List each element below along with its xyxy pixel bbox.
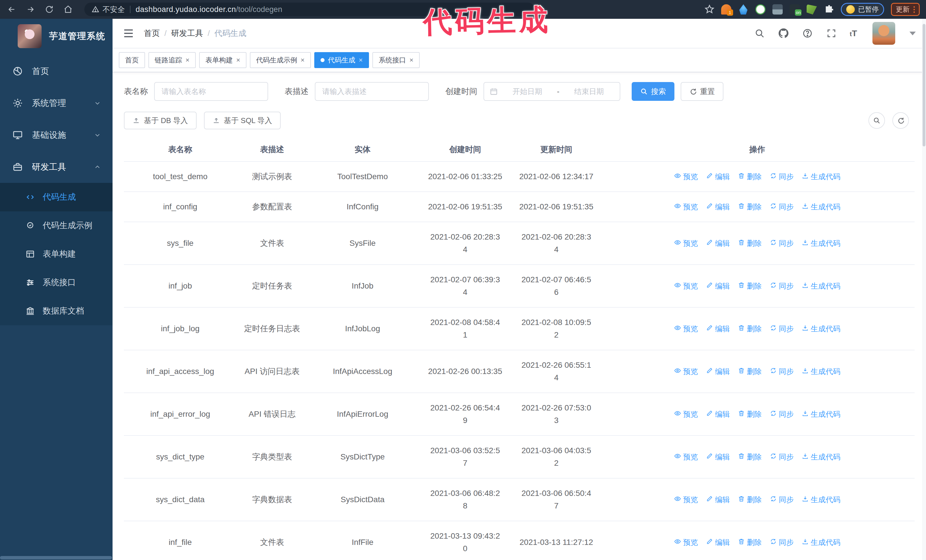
- 删除-action-link[interactable]: 删除: [738, 201, 762, 213]
- toggle-search-button[interactable]: [869, 112, 885, 129]
- sidebar-collapse-icon[interactable]: [123, 28, 134, 39]
- extensions-puzzle-icon[interactable]: [824, 4, 834, 15]
- avatar-caret-down-icon[interactable]: [909, 32, 916, 35]
- 编辑-action-link[interactable]: 编辑: [706, 171, 730, 183]
- sidebar-item-研发工具[interactable]: 研发工具: [0, 151, 112, 183]
- 生成代码-action-link[interactable]: 生成代码: [802, 280, 841, 292]
- tab-代码生成[interactable]: 代码生成×: [314, 52, 369, 68]
- import-sql-button[interactable]: 基于 SQL 导入: [204, 112, 281, 129]
- profile-paused-pill[interactable]: 已暂停: [841, 3, 884, 16]
- 删除-action-link[interactable]: 删除: [738, 451, 762, 463]
- search-icon[interactable]: [754, 28, 765, 39]
- 编辑-action-link[interactable]: 编辑: [706, 365, 730, 378]
- 删除-action-link[interactable]: 删除: [738, 323, 762, 335]
- extension-icon-6[interactable]: [806, 4, 817, 15]
- start-date-placeholder[interactable]: 开始日期: [502, 87, 552, 97]
- github-icon[interactable]: [778, 28, 789, 39]
- tab-close-icon[interactable]: ×: [409, 57, 413, 63]
- 同步-action-link[interactable]: 同步: [770, 451, 794, 463]
- end-date-placeholder[interactable]: 结束日期: [564, 87, 614, 97]
- 预览-action-link[interactable]: 预览: [674, 365, 698, 378]
- sidebar-item-系统管理[interactable]: 系统管理: [0, 87, 112, 119]
- breadcrumb-home[interactable]: 首页: [144, 28, 160, 39]
- sidebar-item-首页[interactable]: 首页: [0, 55, 112, 87]
- 同步-action-link[interactable]: 同步: [770, 237, 794, 249]
- horizontal-scrollbar-thumb[interactable]: [0, 556, 112, 559]
- sidebar-subitem-代码生成示例[interactable]: 代码生成示例: [0, 211, 112, 240]
- reset-button[interactable]: 重置: [681, 82, 723, 101]
- sidebar-subitem-表单构建[interactable]: 表单构建: [0, 240, 112, 268]
- 编辑-action-link[interactable]: 编辑: [706, 280, 730, 292]
- 同步-action-link[interactable]: 同步: [770, 536, 794, 549]
- 预览-action-link[interactable]: 预览: [674, 201, 698, 213]
- extension-icon-3[interactable]: [755, 4, 766, 15]
- tab-close-icon[interactable]: ×: [236, 57, 240, 63]
- tab-代码生成示例[interactable]: 代码生成示例×: [250, 52, 311, 68]
- sidebar-subitem-系统接口[interactable]: 系统接口: [0, 268, 112, 297]
- 删除-action-link[interactable]: 删除: [738, 237, 762, 249]
- 预览-action-link[interactable]: 预览: [674, 323, 698, 335]
- 同步-action-link[interactable]: 同步: [770, 323, 794, 335]
- 预览-action-link[interactable]: 预览: [674, 536, 698, 549]
- tab-表单构建[interactable]: 表单构建×: [199, 52, 247, 68]
- 编辑-action-link[interactable]: 编辑: [706, 408, 730, 420]
- table-desc-input[interactable]: [315, 82, 429, 101]
- tab-链路追踪[interactable]: 链路追踪×: [148, 52, 196, 68]
- 生成代码-action-link[interactable]: 生成代码: [802, 408, 841, 420]
- 编辑-action-link[interactable]: 编辑: [706, 323, 730, 335]
- breadcrumb-devtools[interactable]: 研发工具: [171, 28, 203, 39]
- 编辑-action-link[interactable]: 编辑: [706, 536, 730, 549]
- 生成代码-action-link[interactable]: 生成代码: [802, 171, 841, 183]
- 删除-action-link[interactable]: 删除: [738, 408, 762, 420]
- 生成代码-action-link[interactable]: 生成代码: [802, 536, 841, 549]
- browser-home-icon[interactable]: [63, 4, 74, 15]
- 预览-action-link[interactable]: 预览: [674, 494, 698, 506]
- browser-reload-icon[interactable]: [44, 4, 55, 15]
- 生成代码-action-link[interactable]: 生成代码: [802, 494, 841, 506]
- vertical-scrollbar-thumb[interactable]: [923, 24, 925, 146]
- sidebar-subitem-数据库文档[interactable]: 数据库文档: [0, 297, 112, 325]
- create-time-range-picker[interactable]: 开始日期 - 结束日期: [484, 82, 620, 101]
- refresh-table-button[interactable]: [893, 112, 909, 129]
- 同步-action-link[interactable]: 同步: [770, 365, 794, 378]
- 预览-action-link[interactable]: 预览: [674, 451, 698, 463]
- 删除-action-link[interactable]: 删除: [738, 365, 762, 378]
- 生成代码-action-link[interactable]: 生成代码: [802, 365, 841, 378]
- 预览-action-link[interactable]: 预览: [674, 171, 698, 183]
- sidebar-subitem-代码生成[interactable]: 代码生成: [0, 183, 112, 211]
- fullscreen-icon[interactable]: [826, 28, 837, 39]
- not-secure-label[interactable]: 不安全: [103, 5, 125, 15]
- extension-icon-2[interactable]: [738, 4, 749, 15]
- browser-forward-icon[interactable]: [25, 4, 36, 15]
- bookmark-star-icon[interactable]: [705, 5, 714, 14]
- sidebar-item-基础设施[interactable]: 基础设施: [0, 119, 112, 151]
- 删除-action-link[interactable]: 删除: [738, 280, 762, 292]
- 同步-action-link[interactable]: 同步: [770, 201, 794, 213]
- 编辑-action-link[interactable]: 编辑: [706, 237, 730, 249]
- 预览-action-link[interactable]: 预览: [674, 280, 698, 292]
- browser-update-button[interactable]: 更新: [891, 3, 920, 16]
- 生成代码-action-link[interactable]: 生成代码: [802, 451, 841, 463]
- 生成代码-action-link[interactable]: 生成代码: [802, 323, 841, 335]
- search-button[interactable]: 搜索: [632, 82, 675, 101]
- 删除-action-link[interactable]: 删除: [738, 494, 762, 506]
- 同步-action-link[interactable]: 同步: [770, 171, 794, 183]
- 同步-action-link[interactable]: 同步: [770, 408, 794, 420]
- user-avatar[interactable]: [872, 22, 895, 45]
- 编辑-action-link[interactable]: 编辑: [706, 201, 730, 213]
- 生成代码-action-link[interactable]: 生成代码: [802, 201, 841, 213]
- font-size-icon[interactable]: tT: [850, 29, 857, 38]
- tab-系统接口[interactable]: 系统接口×: [372, 52, 420, 68]
- 生成代码-action-link[interactable]: 生成代码: [802, 237, 841, 249]
- 同步-action-link[interactable]: 同步: [770, 280, 794, 292]
- 删除-action-link[interactable]: 删除: [738, 536, 762, 549]
- help-icon[interactable]: [802, 28, 813, 39]
- browser-back-icon[interactable]: [6, 4, 17, 15]
- tab-close-icon[interactable]: ×: [359, 57, 363, 63]
- browser-menu-dots-icon[interactable]: [914, 6, 915, 13]
- extension-icon-1[interactable]: 1: [721, 4, 731, 15]
- vertical-scrollbar[interactable]: [922, 19, 926, 560]
- tab-首页[interactable]: 首页: [119, 52, 145, 68]
- extension-icon-5[interactable]: on: [790, 4, 800, 15]
- 预览-action-link[interactable]: 预览: [674, 408, 698, 420]
